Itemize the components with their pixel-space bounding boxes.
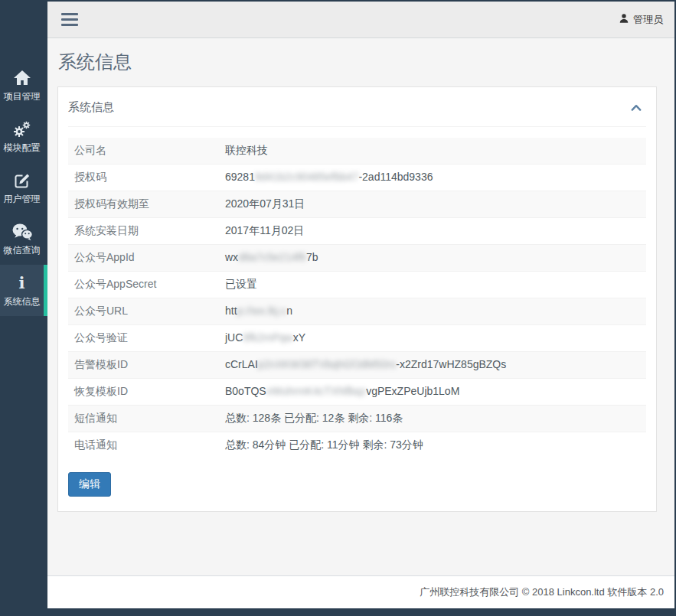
sidebar-nav: 项目管理	[0, 60, 47, 316]
row-label: 系统安装日期	[68, 218, 219, 244]
value-text: 2020年07月31日	[225, 197, 305, 210]
sidebar-item-user-management[interactable]: 用户管理	[0, 162, 47, 213]
value-text: 联控科技	[225, 144, 268, 156]
edit-icon	[13, 171, 31, 191]
row-label: 公司名	[68, 138, 219, 164]
table-row-appsecret: 公众号AppSecret 已设置	[68, 272, 646, 298]
table-row-url: 公众号URL http://wx.lkj.cn	[68, 298, 646, 325]
info-icon: i	[19, 273, 25, 293]
sidebar-item-wechat-query[interactable]: 微信查询	[0, 213, 47, 265]
row-value: 联控科技	[219, 138, 646, 164]
redacted-text: p://wx.lkj.c	[237, 305, 287, 317]
value-suffix: n	[286, 305, 292, 317]
value-suffix: 7b	[306, 251, 318, 263]
value-text: wx	[225, 251, 238, 263]
content: 系统信息 系统信息 公司名 联控科技 授权码 692819d41b2c	[47, 38, 674, 575]
value-suffix: -x2Zrd17wHZ85gBZQs	[396, 358, 506, 370]
table-row-company-name: 公司名 联控科技	[68, 138, 646, 165]
row-label: 公众号URL	[68, 298, 219, 324]
edit-button[interactable]: 编辑	[68, 472, 111, 497]
page-title: 系统信息	[58, 50, 657, 74]
row-label: 短信通知	[68, 406, 219, 432]
table-row-sms-notification: 短信通知 总数: 128条 已分配: 12条 剩余: 116条	[68, 406, 646, 432]
row-value: 2020年07月31日	[219, 191, 646, 217]
sidebar-item-label: 模块配置	[4, 142, 41, 155]
row-label: 授权码有效期至	[68, 191, 219, 217]
value-text: htt	[225, 305, 237, 317]
sidebar-item-label: 系统信息	[4, 295, 41, 308]
value-text: cCrLAI	[225, 358, 258, 370]
system-info-table: 公司名 联控科技 授权码 692819d41b2c90485efbb47-2ad…	[68, 138, 646, 458]
panel-actions: 编辑	[58, 458, 656, 511]
table-row-install-date: 系统安装日期 2017年11月02日	[68, 218, 646, 245]
footer: 广州联控科技有限公司 © 2018 Linkcon.ltd 软件版本 2.0	[47, 575, 674, 608]
value-suffix: vgPExZPeUjb1LoM	[366, 385, 459, 397]
value-suffix: -2ad114bd9336	[358, 171, 433, 183]
system-info-panel: 系统信息 公司名 联控科技 授权码 692819d41b2c90485efbb4…	[57, 86, 657, 512]
value-text: 69281	[225, 171, 255, 183]
redacted-text: vWuhrmK4cTXNfbqz	[266, 385, 366, 397]
collapse-button[interactable]	[626, 103, 646, 112]
user-label: 管理员	[633, 13, 663, 27]
redacted-text: 9d41b2c90485efbb47	[255, 171, 358, 183]
sidebar: 项目管理	[0, 0, 47, 608]
table-row-alert-template: 告警模板ID cCrLAIp2nXKW38TVbqhGfJdM50rs-x2Zr…	[68, 352, 646, 379]
row-value: 692819d41b2c90485efbb47-2ad114bd9336	[219, 165, 646, 191]
sidebar-item-system-info[interactable]: i 系统信息	[0, 265, 47, 316]
sidebar-item-project-management[interactable]: 项目管理	[0, 60, 47, 111]
row-value: jUC9fk2mPqwxY	[219, 325, 646, 351]
row-value: 总数: 84分钟 已分配: 11分钟 剩余: 73分钟	[219, 432, 646, 458]
sidebar-item-label: 项目管理	[4, 90, 41, 103]
home-icon	[13, 68, 31, 88]
main-area: 管理员 系统信息 系统信息 公司名 联控科技 授权码	[47, 2, 674, 608]
divider	[68, 126, 646, 127]
value-text: 总数: 84分钟 已分配: 11分钟 剩余: 73分钟	[225, 438, 423, 451]
row-value: 总数: 128条 已分配: 12条 剩余: 116条	[219, 406, 646, 432]
user-icon	[619, 13, 629, 26]
redacted-text: 9fk2mPqw	[243, 331, 292, 344]
sidebar-item-label: 用户管理	[4, 193, 41, 206]
value-text: 已设置	[225, 278, 257, 290]
sidebar-item-module-config[interactable]: 模块配置	[0, 111, 47, 162]
row-value: cCrLAIp2nXKW38TVbqhGfJdM50rs-x2Zrd17wHZ8…	[219, 352, 646, 378]
row-label: 授权码	[68, 165, 219, 191]
table-row-license-code: 授权码 692819d41b2c90485efbb47-2ad114bd9336	[68, 165, 646, 191]
gears-icon	[12, 119, 32, 139]
redacted-text: p2nXKW38TVbqhGfJdM50rs	[258, 358, 397, 370]
row-value: wxd8a7c5e214f67b	[219, 245, 646, 271]
wechat-icon	[11, 222, 33, 242]
row-label: 告警模板ID	[68, 352, 219, 378]
row-value: http://wx.lkj.cn	[219, 298, 646, 324]
value-text: B0oTQS	[225, 385, 266, 397]
value-text: 总数: 128条 已分配: 12条 剩余: 116条	[225, 412, 403, 424]
value-text: 2017年11月02日	[225, 224, 304, 236]
table-row-phone-notification: 电话通知 总数: 84分钟 已分配: 11分钟 剩余: 73分钟	[68, 432, 646, 458]
panel-header: 系统信息	[58, 87, 656, 126]
sidebar-item-label: 微信查询	[4, 244, 41, 257]
topbar: 管理员	[47, 2, 674, 38]
row-label: 恢复模板ID	[68, 379, 219, 405]
redacted-text: d8a7c5e214f6	[238, 251, 306, 263]
value-suffix: xY	[293, 331, 305, 344]
user-menu[interactable]: 管理员	[619, 13, 663, 27]
table-row-license-expiry: 授权码有效期至 2020年07月31日	[68, 191, 646, 218]
panel-title: 系统信息	[68, 100, 114, 115]
table-row-appid: 公众号AppId wxd8a7c5e214f67b	[68, 245, 646, 272]
row-value: 2017年11月02日	[219, 218, 646, 244]
row-label: 电话通知	[68, 432, 219, 458]
row-label: 公众号验证	[68, 325, 219, 351]
sidebar-toggle-button[interactable]	[58, 5, 81, 34]
chevron-up-icon	[631, 101, 642, 113]
row-label: 公众号AppId	[68, 245, 219, 271]
row-value: B0oTQSvWuhrmK4cTXNfbqzvgPExZPeUjb1LoM	[219, 379, 646, 405]
table-row-verification: 公众号验证 jUC9fk2mPqwxY	[68, 325, 646, 352]
table-row-recovery-template: 恢复模板ID B0oTQSvWuhrmK4cTXNfbqzvgPExZPeUjb…	[68, 379, 646, 406]
row-value: 已设置	[219, 272, 646, 298]
value-text: jUC	[225, 331, 243, 344]
footer-text: 广州联控科技有限公司 © 2018 Linkcon.ltd 软件版本 2.0	[420, 586, 664, 598]
row-label: 公众号AppSecret	[68, 272, 219, 298]
